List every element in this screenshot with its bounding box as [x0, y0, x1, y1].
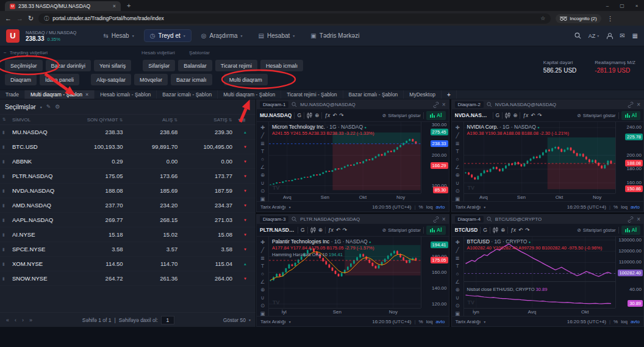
auto-scale-button[interactable]: avto	[631, 204, 640, 210]
nav-hesabat[interactable]: ▤Hesabat▾	[252, 29, 301, 42]
log-scale-button[interactable]: loq	[426, 319, 433, 324]
zoom-icon[interactable]: ⊕	[455, 172, 459, 178]
workspace-tab[interactable]: Ticarət rejimi - Şablon	[281, 90, 343, 99]
candle-style-icon[interactable]	[307, 112, 312, 119]
price-axis[interactable]: 240.00225.78200.00188.08180.00160.00150.…	[615, 122, 643, 193]
price-axis[interactable]: 300.00275.45238.33200.00166.29100.0085.3…	[421, 122, 449, 193]
prev-page-icon[interactable]: ‹	[13, 317, 18, 323]
instrument-name[interactable]: NVIDIA Corp.	[467, 124, 498, 130]
chart-plot-area[interactable]: Micron Technology Inc. · 1G · NASDAQ ● A…	[269, 122, 449, 201]
lock-icon[interactable]: ⊙	[455, 302, 459, 309]
clock-label[interactable]: 16:20:55 (UTC+4)	[372, 319, 411, 324]
measure-icon[interactable]: ∠	[455, 279, 460, 285]
indicators-icon[interactable]: ƒx	[328, 227, 334, 233]
price-axis[interactable]: 130000.00120000.00110000.00100282.4040.0…	[615, 237, 643, 308]
chart-symbol-button[interactable]: NVDA.NASDAQ	[455, 112, 490, 118]
column-last[interactable]: SON QİYMƏT ⇅	[73, 117, 128, 123]
log-scale-button[interactable]: loq	[426, 204, 433, 210]
close-tab-icon[interactable]: ×	[85, 91, 88, 98]
symbol-search-icon[interactable]	[487, 102, 492, 107]
time-axis[interactable]: İylSenNoy	[269, 308, 421, 316]
log-scale-button[interactable]: loq	[621, 204, 628, 210]
crosshair-icon[interactable]: ✚	[260, 124, 265, 131]
date-range-button[interactable]: Tarix Aralığı	[260, 319, 286, 324]
page-size-selector[interactable]: Göstər 50	[223, 317, 246, 323]
auto-scale-button[interactable]: avto	[435, 319, 445, 324]
candle-style-icon[interactable]	[493, 227, 498, 234]
chart-symbol-button[interactable]: MU.NASDAQ	[260, 112, 292, 118]
candle-style-icon[interactable]	[505, 112, 510, 119]
sort-icon[interactable]: ⇅	[229, 118, 232, 122]
log-scale-button[interactable]: loq	[621, 319, 628, 324]
clock-label[interactable]: 16:20:55 (UTC+4)	[567, 319, 606, 324]
buy-button[interactable]: Al	[621, 111, 641, 120]
widget-button-i-darə-paneli[interactable]: İdarə paneli	[40, 74, 79, 85]
measure-icon[interactable]: ∠	[455, 164, 460, 170]
redo-icon[interactable]: ↷	[339, 112, 343, 118]
filter-icon[interactable]: ▼	[237, 118, 242, 122]
back-icon[interactable]: ←	[5, 15, 12, 22]
lock-icon[interactable]: ⊙	[260, 188, 265, 194]
shapes-icon[interactable]: ○	[261, 271, 264, 277]
close-panel-icon[interactable]: ×	[637, 216, 640, 223]
workspace-tab[interactable]: Bazar icmalı - Şablon	[343, 90, 404, 99]
magnet-icon[interactable]: ∪	[456, 180, 459, 186]
shapes-icon[interactable]: ○	[456, 156, 459, 162]
time-axis[interactable]: AvqSenOktNoy	[464, 193, 616, 201]
crosshair-icon[interactable]: ✚	[455, 124, 459, 131]
link-widget-icon[interactable]	[628, 102, 634, 108]
sort-icon[interactable]: ⇅	[120, 118, 123, 122]
zoom-icon[interactable]: ⊕	[455, 287, 459, 293]
nav-hesab[interactable]: ⇆Hesab▾	[97, 29, 140, 42]
undo-icon[interactable]: ↶	[531, 112, 535, 118]
show-orders-button[interactable]: ⊘Sifarişləri göstər	[577, 113, 615, 118]
shapes-icon[interactable]: ○	[456, 271, 459, 277]
interval-button[interactable]: G	[301, 227, 305, 233]
workspace-tab[interactable]: Trade	[0, 90, 25, 99]
panel-symbol[interactable]: PLTR.NASDAQ@NASDAQ	[300, 216, 360, 222]
buy-button[interactable]: Al	[426, 111, 446, 120]
indicators-icon[interactable]: ƒx	[324, 112, 330, 118]
columns-icon[interactable]: ▦	[242, 118, 246, 122]
chevron-down-icon[interactable]: ▾	[40, 105, 42, 109]
percent-scale-button[interactable]: %	[614, 319, 618, 324]
fib-icon[interactable]: ≣	[260, 255, 265, 261]
watchlist-row[interactable]: ▮ABBNK0.290.000.00▼	[0, 154, 256, 169]
compare-icon[interactable]: ⊕	[315, 112, 319, 118]
workspace-tab[interactable]: Multi diaqram - Şablon×	[25, 90, 95, 99]
settings-gear-icon[interactable]: ⚙	[55, 104, 60, 110]
trend-line-icon[interactable]: ╱	[261, 247, 264, 253]
watchlist-row[interactable]: ▮MU.NASDAQ238.33238.68239.30▲	[0, 125, 256, 140]
redo-icon[interactable]: ↷	[537, 112, 542, 118]
page-number-input[interactable]	[161, 316, 174, 324]
interval-button[interactable]: G	[483, 227, 487, 233]
link-widget-icon[interactable]	[628, 216, 634, 223]
widget-button-sifarişlər[interactable]: Sifarişlər	[143, 60, 175, 71]
last-page-icon[interactable]: »	[28, 317, 34, 323]
link-widget-icon[interactable]	[433, 216, 439, 223]
workspace-tab[interactable]: Bazar icmalı - Şablon	[157, 90, 218, 99]
widget-button-mövqelər[interactable]: Mövqelər	[134, 74, 168, 85]
buy-button[interactable]: Al	[426, 226, 446, 235]
nav-tedris-merkezi[interactable]: ▣Tədris Mərkəzi	[304, 29, 365, 42]
date-range-button[interactable]: Tarix Aralığı	[260, 204, 286, 210]
text-icon[interactable]: T	[456, 263, 459, 269]
lock-icon[interactable]: ⊙	[455, 188, 459, 194]
instrument-name[interactable]: Micron Technology Inc.	[272, 124, 325, 130]
close-panel-icon[interactable]: ×	[442, 101, 446, 108]
symbol-search-icon[interactable]	[292, 102, 297, 107]
fib-icon[interactable]: ≣	[455, 140, 459, 146]
crosshair-icon[interactable]: ✚	[455, 239, 459, 245]
measure-icon[interactable]: ∠	[260, 279, 265, 285]
profile-icon[interactable]	[606, 33, 612, 39]
close-panel-icon[interactable]: ×	[442, 216, 446, 223]
buy-button[interactable]: Al	[621, 226, 641, 235]
link-widget-icon[interactable]	[433, 102, 439, 108]
collapse-icon[interactable]: −	[4, 50, 7, 55]
close-tab-icon[interactable]: ×	[113, 3, 116, 9]
panel-symbol[interactable]: NVDA.NASDAQ@NASDAQ	[495, 102, 556, 107]
watchlist-row[interactable]: ▮AI.NYSE15.1815.0215.08▼	[0, 227, 256, 242]
chart-plot-area[interactable]: BTC/USD · 1G · CRYPTO ● A100282.40 Y1002…	[464, 237, 644, 316]
panel-symbol[interactable]: MU.NASDAQ@NASDAQ	[300, 102, 355, 107]
text-icon[interactable]: T	[456, 148, 459, 154]
